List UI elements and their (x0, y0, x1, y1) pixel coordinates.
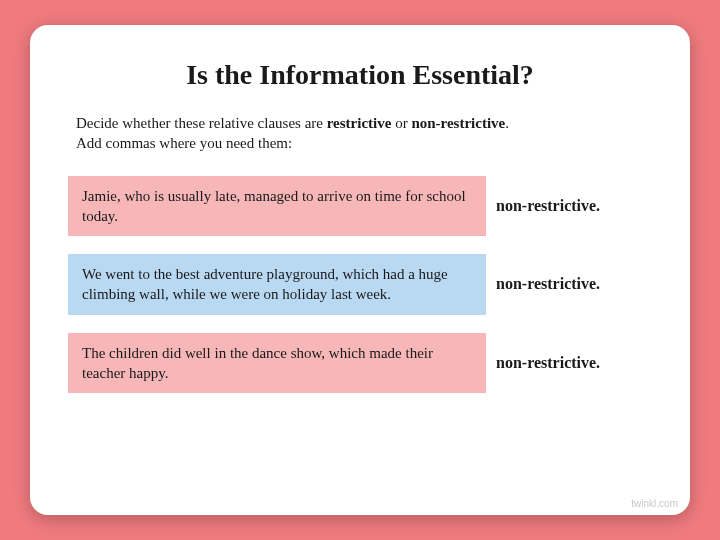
exercise-row: We went to the best adventure playground… (68, 254, 652, 315)
instr-bold-restrictive: restrictive (327, 115, 392, 131)
instructions: Decide whether these relative clauses ar… (68, 113, 652, 154)
sentence-box: Jamie, who is usually late, managed to a… (68, 176, 486, 237)
page-title: Is the Information Essential? (68, 59, 652, 91)
sentence-box: The children did well in the dance show,… (68, 333, 486, 394)
instr-pre: Decide whether these relative clauses ar… (76, 115, 327, 131)
sentence-box: We went to the best adventure playground… (68, 254, 486, 315)
answer-label: non-restrictive. (496, 254, 652, 315)
watermark: twinkl.com (631, 498, 678, 509)
instr-mid: or (391, 115, 411, 131)
instr-post: . (505, 115, 509, 131)
exercise-row: The children did well in the dance show,… (68, 333, 652, 394)
instr-line2: Add commas where you need them: (76, 135, 292, 151)
exercise-row: Jamie, who is usually late, managed to a… (68, 176, 652, 237)
answer-label: non-restrictive. (496, 176, 652, 237)
answer-label: non-restrictive. (496, 333, 652, 394)
instr-bold-nonrestrictive: non-restrictive (411, 115, 505, 131)
slide-card: Is the Information Essential? Decide whe… (30, 25, 690, 515)
